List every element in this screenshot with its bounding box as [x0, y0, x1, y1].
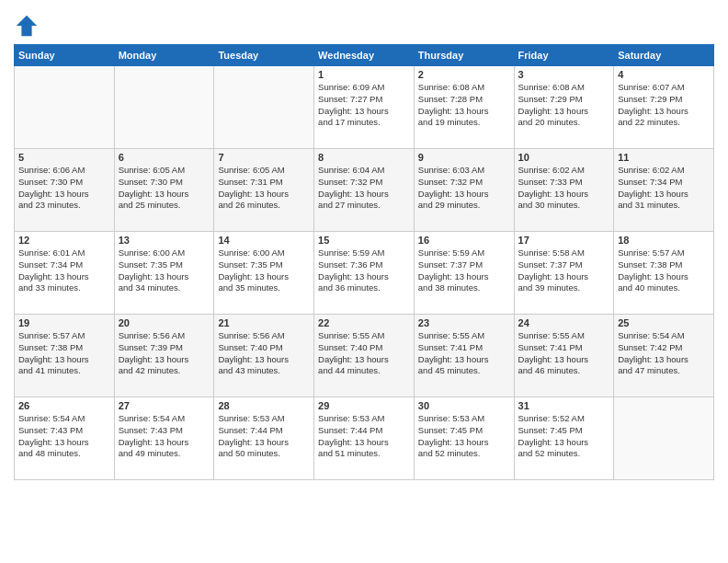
calendar-cell: 31Sunrise: 5:52 AM Sunset: 7:45 PM Dayli… — [514, 397, 614, 480]
days-header-row: SundayMondayTuesdayWednesdayThursdayFrid… — [15, 45, 714, 66]
day-info: Sunrise: 5:53 AM Sunset: 7:44 PM Dayligh… — [218, 413, 310, 460]
day-info: Sunrise: 6:09 AM Sunset: 7:27 PM Dayligh… — [318, 82, 410, 129]
day-info: Sunrise: 6:06 AM Sunset: 7:30 PM Dayligh… — [18, 165, 110, 212]
day-number: 4 — [618, 69, 710, 80]
calendar-cell: 6Sunrise: 6:05 AM Sunset: 7:30 PM Daylig… — [114, 149, 214, 232]
day-number: 25 — [618, 317, 710, 328]
day-number: 15 — [318, 235, 410, 246]
calendar-cell: 18Sunrise: 5:57 AM Sunset: 7:38 PM Dayli… — [614, 232, 714, 315]
day-info: Sunrise: 5:55 AM Sunset: 7:40 PM Dayligh… — [318, 330, 410, 377]
day-number: 29 — [318, 400, 410, 411]
day-info: Sunrise: 5:53 AM Sunset: 7:45 PM Dayligh… — [418, 413, 510, 460]
calendar-cell: 29Sunrise: 5:53 AM Sunset: 7:44 PM Dayli… — [314, 397, 415, 480]
day-header-saturday: Saturday — [614, 45, 714, 66]
calendar-cell: 27Sunrise: 5:54 AM Sunset: 7:43 PM Dayli… — [114, 397, 214, 480]
day-info: Sunrise: 5:54 AM Sunset: 7:42 PM Dayligh… — [618, 330, 710, 377]
day-number: 5 — [18, 152, 110, 163]
day-info: Sunrise: 6:05 AM Sunset: 7:31 PM Dayligh… — [218, 165, 310, 212]
day-info: Sunrise: 6:00 AM Sunset: 7:35 PM Dayligh… — [218, 247, 310, 294]
calendar-cell: 17Sunrise: 5:58 AM Sunset: 7:37 PM Dayli… — [514, 232, 614, 315]
calendar-cell: 28Sunrise: 5:53 AM Sunset: 7:44 PM Dayli… — [214, 397, 314, 480]
day-number: 20 — [119, 317, 210, 328]
day-header-friday: Friday — [514, 45, 614, 66]
day-number: 22 — [318, 317, 410, 328]
day-number: 3 — [518, 69, 610, 80]
calendar-cell: 5Sunrise: 6:06 AM Sunset: 7:30 PM Daylig… — [15, 149, 115, 232]
calendar-cell: 26Sunrise: 5:54 AM Sunset: 7:43 PM Dayli… — [15, 397, 115, 480]
calendar-cell: 30Sunrise: 5:53 AM Sunset: 7:45 PM Dayli… — [414, 397, 514, 480]
day-info: Sunrise: 6:01 AM Sunset: 7:34 PM Dayligh… — [18, 247, 110, 294]
week-row-4: 19Sunrise: 5:57 AM Sunset: 7:38 PM Dayli… — [15, 315, 714, 397]
day-number: 30 — [418, 400, 510, 411]
calendar-table: SundayMondayTuesdayWednesdayThursdayFrid… — [14, 44, 714, 480]
calendar-cell — [15, 66, 115, 149]
day-info: Sunrise: 5:55 AM Sunset: 7:41 PM Dayligh… — [418, 330, 510, 377]
day-info: Sunrise: 5:52 AM Sunset: 7:45 PM Dayligh… — [518, 413, 610, 460]
day-info: Sunrise: 5:55 AM Sunset: 7:41 PM Dayligh… — [518, 330, 610, 377]
calendar-cell: 24Sunrise: 5:55 AM Sunset: 7:41 PM Dayli… — [514, 315, 614, 397]
day-info: Sunrise: 6:00 AM Sunset: 7:35 PM Dayligh… — [119, 247, 210, 294]
day-info: Sunrise: 5:56 AM Sunset: 7:40 PM Dayligh… — [218, 330, 310, 377]
calendar-cell: 20Sunrise: 5:56 AM Sunset: 7:39 PM Dayli… — [114, 315, 214, 397]
day-number: 31 — [518, 400, 610, 411]
day-number: 6 — [119, 152, 210, 163]
week-row-5: 26Sunrise: 5:54 AM Sunset: 7:43 PM Dayli… — [15, 397, 714, 480]
day-header-sunday: Sunday — [15, 45, 115, 66]
calendar-cell: 7Sunrise: 6:05 AM Sunset: 7:31 PM Daylig… — [214, 149, 314, 232]
day-number: 9 — [418, 152, 510, 163]
calendar-cell: 14Sunrise: 6:00 AM Sunset: 7:35 PM Dayli… — [214, 232, 314, 315]
svg-marker-0 — [17, 16, 37, 36]
calendar-cell: 16Sunrise: 5:59 AM Sunset: 7:37 PM Dayli… — [414, 232, 514, 315]
week-row-3: 12Sunrise: 6:01 AM Sunset: 7:34 PM Dayli… — [15, 232, 714, 315]
day-number: 16 — [418, 235, 510, 246]
day-number: 1 — [318, 69, 410, 80]
day-info: Sunrise: 5:59 AM Sunset: 7:37 PM Dayligh… — [418, 247, 510, 294]
calendar-cell: 21Sunrise: 5:56 AM Sunset: 7:40 PM Dayli… — [214, 315, 314, 397]
day-number: 23 — [418, 317, 510, 328]
day-info: Sunrise: 6:08 AM Sunset: 7:28 PM Dayligh… — [418, 82, 510, 129]
day-number: 13 — [119, 235, 210, 246]
calendar-cell: 11Sunrise: 6:02 AM Sunset: 7:34 PM Dayli… — [614, 149, 714, 232]
calendar-cell — [114, 66, 214, 149]
day-info: Sunrise: 5:54 AM Sunset: 7:43 PM Dayligh… — [119, 413, 210, 460]
day-number: 28 — [218, 400, 310, 411]
day-number: 10 — [518, 152, 610, 163]
day-info: Sunrise: 6:02 AM Sunset: 7:33 PM Dayligh… — [518, 165, 610, 212]
day-header-tuesday: Tuesday — [214, 45, 314, 66]
day-info: Sunrise: 6:02 AM Sunset: 7:34 PM Dayligh… — [618, 165, 710, 212]
day-number: 21 — [218, 317, 310, 328]
calendar-cell: 1Sunrise: 6:09 AM Sunset: 7:27 PM Daylig… — [314, 66, 415, 149]
day-info: Sunrise: 6:03 AM Sunset: 7:32 PM Dayligh… — [418, 165, 510, 212]
day-info: Sunrise: 6:08 AM Sunset: 7:29 PM Dayligh… — [518, 82, 610, 129]
calendar-cell: 23Sunrise: 5:55 AM Sunset: 7:41 PM Dayli… — [414, 315, 514, 397]
calendar-cell: 19Sunrise: 5:57 AM Sunset: 7:38 PM Dayli… — [15, 315, 115, 397]
calendar-cell: 8Sunrise: 6:04 AM Sunset: 7:32 PM Daylig… — [314, 149, 415, 232]
day-info: Sunrise: 5:54 AM Sunset: 7:43 PM Dayligh… — [18, 413, 110, 460]
day-info: Sunrise: 5:57 AM Sunset: 7:38 PM Dayligh… — [18, 330, 110, 377]
day-number: 24 — [518, 317, 610, 328]
day-number: 26 — [18, 400, 110, 411]
day-info: Sunrise: 6:05 AM Sunset: 7:30 PM Dayligh… — [119, 165, 210, 212]
calendar-cell: 15Sunrise: 5:59 AM Sunset: 7:36 PM Dayli… — [314, 232, 415, 315]
day-info: Sunrise: 6:07 AM Sunset: 7:29 PM Dayligh… — [618, 82, 710, 129]
day-number: 8 — [318, 152, 410, 163]
day-info: Sunrise: 5:53 AM Sunset: 7:44 PM Dayligh… — [318, 413, 410, 460]
day-header-monday: Monday — [114, 45, 214, 66]
day-info: Sunrise: 5:59 AM Sunset: 7:36 PM Dayligh… — [318, 247, 410, 294]
calendar-cell: 2Sunrise: 6:08 AM Sunset: 7:28 PM Daylig… — [414, 66, 514, 149]
day-number: 11 — [618, 152, 710, 163]
day-info: Sunrise: 5:58 AM Sunset: 7:37 PM Dayligh… — [518, 247, 610, 294]
calendar-cell: 9Sunrise: 6:03 AM Sunset: 7:32 PM Daylig… — [414, 149, 514, 232]
day-number: 7 — [218, 152, 310, 163]
calendar-cell: 12Sunrise: 6:01 AM Sunset: 7:34 PM Dayli… — [15, 232, 115, 315]
calendar-cell: 13Sunrise: 6:00 AM Sunset: 7:35 PM Dayli… — [114, 232, 214, 315]
day-info: Sunrise: 5:57 AM Sunset: 7:38 PM Dayligh… — [618, 247, 710, 294]
calendar-cell: 4Sunrise: 6:07 AM Sunset: 7:29 PM Daylig… — [614, 66, 714, 149]
day-header-wednesday: Wednesday — [314, 45, 415, 66]
day-number: 14 — [218, 235, 310, 246]
day-number: 18 — [618, 235, 710, 246]
logo — [14, 13, 43, 39]
day-header-thursday: Thursday — [414, 45, 514, 66]
calendar-cell: 22Sunrise: 5:55 AM Sunset: 7:40 PM Dayli… — [314, 315, 415, 397]
day-info: Sunrise: 5:56 AM Sunset: 7:39 PM Dayligh… — [119, 330, 210, 377]
